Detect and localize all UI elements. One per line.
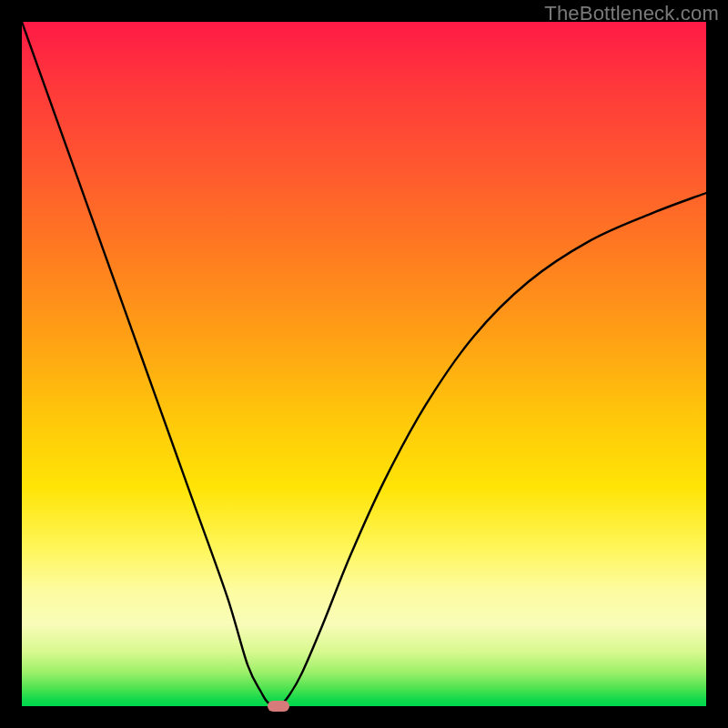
- watermark-text: TheBottleneck.com: [544, 2, 719, 25]
- chart-frame: TheBottleneck.com: [0, 0, 728, 728]
- optimum-marker: [268, 701, 289, 712]
- plot-area: [22, 22, 706, 706]
- bottleneck-curve: [22, 22, 706, 706]
